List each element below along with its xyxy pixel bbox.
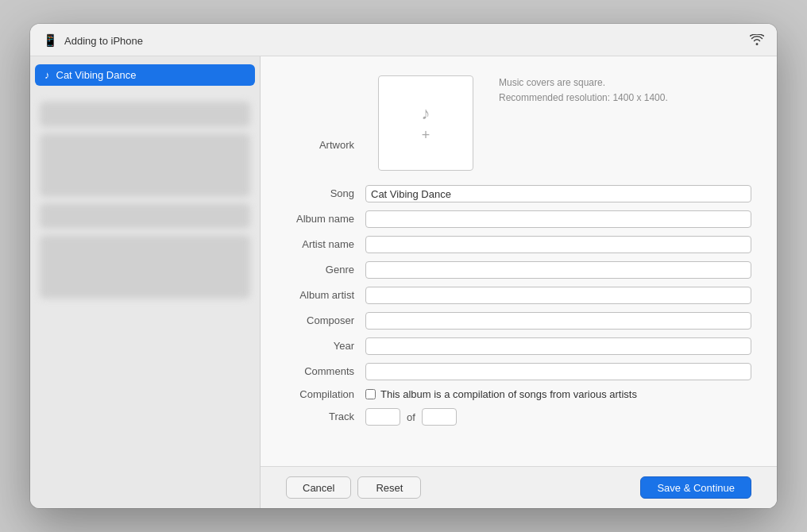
album-name-label: Album name bbox=[286, 210, 365, 228]
artwork-hint-line2: Recommended resolution: 1400 x 1400. bbox=[499, 91, 668, 106]
phone-icon: 📱 bbox=[43, 33, 58, 48]
song-row: Song bbox=[286, 185, 751, 202]
composer-row: Composer bbox=[286, 312, 751, 330]
right-panel: Artwork ♪ + Music covers are square. Rec… bbox=[261, 56, 777, 508]
artwork-add-icon: + bbox=[422, 127, 431, 144]
album-artist-input[interactable] bbox=[365, 287, 751, 304]
placeholder-bar-1 bbox=[40, 102, 250, 127]
placeholder-bar-3 bbox=[40, 203, 250, 229]
year-input[interactable] bbox=[365, 337, 751, 355]
compilation-label: Compilation bbox=[286, 388, 365, 400]
album-name-field bbox=[365, 210, 751, 228]
year-field bbox=[365, 337, 751, 355]
main-window: 📱 Adding to iPhone ♪ Cat Vibing Dance bbox=[30, 24, 777, 508]
sidebar-item-label: Cat Vibing Dance bbox=[56, 69, 137, 81]
genre-field bbox=[365, 261, 751, 279]
genre-row: Genre bbox=[286, 261, 751, 279]
placeholder-bar-4 bbox=[40, 235, 250, 299]
main-content: ♪ Cat Vibing Dance Artwork ♪ bbox=[30, 56, 777, 508]
title-bar: 📱 Adding to iPhone bbox=[30, 24, 777, 56]
artist-name-field bbox=[365, 236, 751, 253]
track-total-input[interactable] bbox=[422, 408, 457, 426]
artist-name-label: Artist name bbox=[286, 236, 365, 253]
compilation-row: Compilation This album is a compilation … bbox=[286, 388, 751, 400]
album-name-row: Album name bbox=[286, 210, 751, 228]
album-artist-field bbox=[365, 287, 751, 304]
album-artist-label: Album artist bbox=[286, 287, 365, 304]
track-row: Track of bbox=[286, 408, 751, 426]
reset-button[interactable]: Reset bbox=[357, 476, 421, 499]
comments-input[interactable] bbox=[365, 363, 751, 380]
music-note-icon: ♪ bbox=[44, 69, 50, 81]
artwork-hint-line1: Music covers are square. bbox=[499, 75, 668, 91]
track-label: Track bbox=[286, 408, 365, 426]
song-label: Song bbox=[286, 185, 365, 202]
wifi-icon bbox=[750, 34, 764, 48]
compilation-checkbox[interactable] bbox=[365, 389, 376, 399]
save-continue-button[interactable]: Save & Continue bbox=[640, 476, 751, 499]
artwork-hint: Music covers are square. Recommended res… bbox=[499, 75, 668, 106]
song-field bbox=[365, 185, 751, 202]
placeholder-bar-2 bbox=[40, 133, 250, 197]
comments-field bbox=[365, 363, 751, 380]
genre-input[interactable] bbox=[365, 261, 751, 279]
year-label: Year bbox=[286, 337, 365, 355]
track-of-label: of bbox=[407, 411, 415, 423]
composer-label: Composer bbox=[286, 312, 365, 330]
sidebar: ♪ Cat Vibing Dance bbox=[30, 56, 261, 508]
artwork-row: Artwork ♪ + Music covers are square. Rec… bbox=[286, 75, 751, 171]
sidebar-placeholder bbox=[40, 102, 250, 299]
cancel-button[interactable]: Cancel bbox=[286, 476, 351, 499]
compilation-field: This album is a compilation of songs fro… bbox=[365, 388, 637, 400]
album-name-input[interactable] bbox=[365, 210, 751, 228]
window-title: Adding to iPhone bbox=[64, 35, 143, 47]
music-note-artwork-icon: ♪ bbox=[422, 103, 431, 124]
compilation-text: This album is a compilation of songs fro… bbox=[380, 388, 637, 400]
artwork-upload-box[interactable]: ♪ + bbox=[378, 75, 473, 171]
artwork-label: Artwork bbox=[286, 75, 365, 151]
artist-name-input[interactable] bbox=[365, 236, 751, 253]
composer-field bbox=[365, 312, 751, 330]
artist-name-row: Artist name bbox=[286, 236, 751, 253]
composer-input[interactable] bbox=[365, 312, 751, 330]
comments-row: Comments bbox=[286, 363, 751, 380]
album-artist-row: Album artist bbox=[286, 287, 751, 304]
year-row: Year bbox=[286, 337, 751, 355]
song-input[interactable] bbox=[365, 185, 751, 202]
form-area: Artwork ♪ + Music covers are square. Rec… bbox=[261, 56, 777, 466]
genre-label: Genre bbox=[286, 261, 365, 279]
sidebar-item-cat-vibing-dance[interactable]: ♪ Cat Vibing Dance bbox=[35, 64, 255, 86]
footer: Cancel Reset Save & Continue bbox=[261, 466, 777, 508]
track-number-input[interactable] bbox=[365, 408, 400, 426]
comments-label: Comments bbox=[286, 363, 365, 380]
